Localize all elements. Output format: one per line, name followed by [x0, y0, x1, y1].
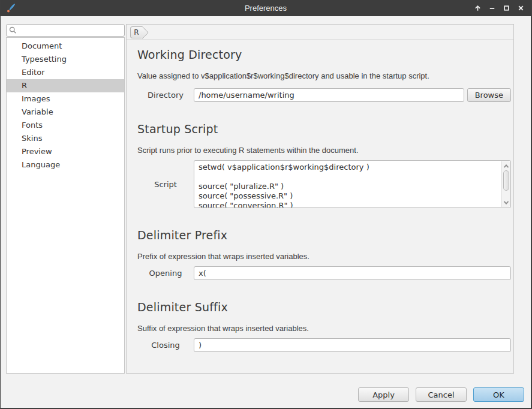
- search-input[interactable]: [17, 25, 124, 35]
- section-desc-delimiter-suffix: Suffix of expression that wraps inserted…: [137, 324, 511, 333]
- section-title-delimiter-prefix: Delimiter Prefix: [137, 228, 511, 242]
- breadcrumb-r-tab[interactable]: R: [130, 26, 142, 38]
- close-window-icon[interactable]: [516, 3, 526, 13]
- minimize-window-icon[interactable]: [487, 3, 497, 13]
- section-desc-working-directory: Value assigned to v$application$r$workin…: [137, 71, 511, 81]
- sidebar-item-editor[interactable]: Editor: [7, 66, 124, 79]
- sidebar-item-skins[interactable]: Skins: [7, 132, 124, 145]
- dialog-body: Document Typesetting Editor R Images Var…: [1, 16, 531, 408]
- sidebar-item-typesetting[interactable]: Typesetting: [7, 53, 124, 66]
- browse-button[interactable]: Browse: [467, 88, 511, 102]
- titlebar[interactable]: Preferences: [1, 0, 531, 16]
- scrollbar-thumb[interactable]: [503, 170, 509, 191]
- preferences-category-list: Document Typesetting Editor R Images Var…: [6, 37, 125, 374]
- apply-button[interactable]: Apply: [358, 387, 409, 402]
- maximize-window-icon[interactable]: [501, 3, 512, 13]
- opening-label: Opening: [137, 269, 194, 278]
- window-controls: [473, 0, 526, 16]
- section-title-startup-script: Startup Script: [137, 122, 511, 136]
- scrollbar-up-icon[interactable]: [502, 162, 510, 170]
- sidebar-item-document[interactable]: Document: [7, 40, 124, 53]
- window-title: Preferences: [1, 4, 531, 13]
- section-desc-delimiter-prefix: Prefix of expression that wraps inserted…: [137, 252, 511, 261]
- breadcrumb: R: [127, 25, 513, 40]
- directory-row: Directory Browse: [137, 88, 511, 102]
- opening-delimiter-input[interactable]: [194, 266, 511, 280]
- script-textarea[interactable]: setwd( v$application$r$working$directory…: [194, 161, 501, 207]
- sidebar-item-preview[interactable]: Preview: [7, 145, 124, 158]
- sidebar-item-r[interactable]: R: [7, 79, 124, 92]
- script-field[interactable]: setwd( v$application$r$working$directory…: [194, 160, 511, 208]
- settings-panel: R Working Directory Value assigned to v$…: [126, 24, 514, 374]
- preferences-window: Preferences Documen: [0, 0, 532, 409]
- closing-label: Closing: [137, 341, 194, 350]
- dialog-buttons: Apply Cancel OK: [358, 387, 524, 402]
- directory-input[interactable]: [194, 88, 464, 102]
- sidebar-item-language[interactable]: Language: [7, 158, 124, 172]
- search-icon: [9, 26, 17, 34]
- sidebar-item-variable[interactable]: Variable: [7, 106, 124, 119]
- sidebar-search-box[interactable]: [6, 24, 125, 37]
- script-label: Script: [137, 180, 194, 189]
- scrollbar-down-icon[interactable]: [502, 199, 510, 206]
- sidebar-item-fonts[interactable]: Fonts: [7, 119, 124, 132]
- script-row: Script setwd( v$application$r$working$di…: [137, 160, 511, 208]
- ok-button[interactable]: OK: [473, 387, 524, 402]
- closing-delimiter-input[interactable]: [194, 338, 511, 352]
- settings-form: Working Directory Value assigned to v$ap…: [127, 40, 513, 352]
- shade-window-icon[interactable]: [473, 3, 483, 13]
- section-title-delimiter-suffix: Delimiter Suffix: [137, 300, 511, 314]
- script-scrollbar[interactable]: [501, 161, 510, 207]
- opening-row: Opening: [137, 266, 511, 280]
- directory-label: Directory: [137, 91, 194, 100]
- closing-row: Closing: [137, 338, 511, 352]
- section-title-working-directory: Working Directory: [137, 47, 511, 62]
- section-desc-startup-script: Script runs prior to executing R stateme…: [137, 146, 511, 155]
- sidebar-item-images[interactable]: Images: [7, 92, 124, 106]
- cancel-button[interactable]: Cancel: [416, 387, 467, 402]
